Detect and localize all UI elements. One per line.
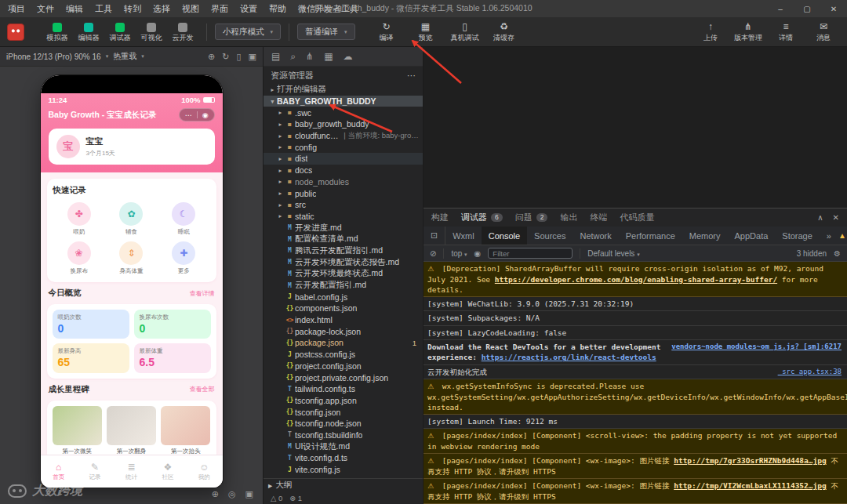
tree-item[interactable]: M 云开发环境配置状态报告.md: [264, 256, 423, 268]
rotate-icon[interactable]: ↻: [222, 52, 229, 62]
tree-item[interactable]: M 云开发配置指引.md: [264, 280, 423, 292]
compile-mode-dropdown[interactable]: 普通编译 ▾: [297, 24, 355, 40]
devtools-tab[interactable]: Sources: [527, 227, 573, 245]
milestone-item[interactable]: 第一次翻身: [107, 406, 156, 455]
extensions-icon[interactable]: ▦: [324, 51, 333, 62]
quick-record-item[interactable]: ❀ 换尿布: [53, 241, 106, 275]
tree-item[interactable]: ▸ 打开的编辑器: [264, 84, 423, 96]
panel-icon[interactable]: ▣: [245, 489, 253, 499]
tree-item[interactable]: ▸ ◼ .swc: [264, 107, 423, 118]
close-icon[interactable]: ✕: [820, 0, 847, 17]
tree-item[interactable]: {} tsconfig.app.json: [264, 395, 423, 407]
tree-item[interactable]: {} tsconfig.node.json: [264, 418, 423, 430]
hot-reload-dropdown[interactable]: 热重载: [113, 51, 136, 62]
debugger-tab[interactable]: 代码质量: [620, 212, 654, 223]
tree-item[interactable]: J babel.config.js: [264, 291, 423, 303]
log-levels-dropdown[interactable]: Default levels ▾: [587, 249, 639, 258]
tree-item[interactable]: M UI设计规范.md: [264, 441, 423, 452]
devtools-tab[interactable]: AppData: [728, 227, 776, 245]
debugger-tab[interactable]: 构建: [431, 212, 449, 223]
milestone-item[interactable]: 第一次抬头: [161, 406, 210, 455]
tree-item[interactable]: {} package-lock.json: [264, 325, 423, 337]
panel-toggle-button[interactable]: 模拟器: [42, 23, 73, 42]
real-device-debug-button[interactable]: ▯ 真机调试: [449, 22, 481, 42]
tree-item[interactable]: {} tsconfig.json: [264, 406, 423, 418]
tree-item[interactable]: {} package.json 1: [264, 337, 423, 349]
console-settings-icon[interactable]: ⚙: [834, 249, 841, 258]
console-link[interactable]: http://tmp/7gr33OsrRHZNb9d448a…jpg: [674, 456, 826, 465]
tree-item[interactable]: ▸ ◼ public: [264, 187, 423, 199]
menu-item[interactable]: 视图: [182, 3, 199, 15]
tree-item[interactable]: T tailwind.config.ts: [264, 383, 423, 395]
preview-button[interactable]: ▦ 预览: [410, 22, 442, 42]
more-icon[interactable]: ⋯: [407, 71, 416, 81]
minimize-icon[interactable]: –: [767, 0, 794, 17]
tree-item[interactable]: ▸ ◼ src: [264, 199, 423, 211]
move-icon[interactable]: ⊕: [212, 489, 219, 499]
tree-item[interactable]: ▸ ◼ cloudfunctions | 当前环境: baby-growth-…: [264, 130, 423, 142]
devtools-tab[interactable]: Memory: [682, 227, 728, 245]
maximize-icon[interactable]: ▢: [794, 0, 820, 17]
console-filter-input[interactable]: [488, 248, 573, 259]
devtools-tab[interactable]: Network: [573, 227, 618, 245]
multi-window-icon[interactable]: ▣: [249, 52, 256, 62]
source-control-icon[interactable]: ⋔: [306, 51, 314, 62]
console-link[interactable]: https://developer.chrome.com/blog/enabli…: [495, 275, 777, 284]
menu-item[interactable]: 界面: [211, 3, 228, 15]
debugger-tab[interactable]: 问题 2: [515, 212, 548, 223]
mode-dropdown[interactable]: 小程序模式 ▾: [215, 24, 281, 40]
tree-item[interactable]: J postcss.config.js: [264, 349, 423, 361]
debugger-tab[interactable]: 输出: [560, 212, 577, 223]
menu-item[interactable]: 设置: [240, 3, 257, 15]
outline-section[interactable]: ▸ 大纲: [264, 478, 423, 491]
tree-item[interactable]: M 云开发环境最终状态.md: [264, 268, 423, 280]
tree-item[interactable]: <> index.html: [264, 314, 423, 326]
details-button[interactable]: ≡ 详情: [770, 22, 802, 42]
capsule-more-icon[interactable]: ⋯: [185, 111, 192, 119]
inspect-device-icon[interactable]: ⊡: [424, 227, 445, 245]
tree-item[interactable]: ▸ ◼ baby_growth_buddy: [264, 118, 423, 130]
locate-icon[interactable]: ⊕: [208, 52, 215, 62]
tab-bar-item[interactable]: ≣ 统计: [113, 455, 149, 488]
console-warning-badge[interactable]: ▲6: [838, 231, 847, 240]
close-panel-icon[interactable]: ✕: [833, 213, 839, 222]
tree-item[interactable]: J vite.config.js: [264, 464, 423, 476]
milestones-link[interactable]: 查看全部: [190, 385, 215, 393]
console-link[interactable]: https://reactjs.org/link/react-devtools: [482, 353, 656, 361]
devtools-tab[interactable]: Performance: [619, 227, 682, 245]
menu-item[interactable]: 工具: [95, 3, 112, 15]
tree-item[interactable]: ▸ ◼ docs: [264, 165, 423, 176]
tree-item[interactable]: {} project.private.config.json: [264, 372, 423, 383]
version-manage-button[interactable]: ⋔ 版本管理: [732, 22, 764, 42]
quick-record-item[interactable]: ⇕ 身高体重: [105, 241, 158, 275]
compile-button[interactable]: ↻ 编译: [371, 22, 402, 42]
console-source-link[interactable]: vendors~node_modules~om_js.js? [sm]:6217: [671, 342, 842, 352]
quick-record-item[interactable]: ✚ 更多: [158, 241, 210, 275]
debugger-tab[interactable]: 调试器 6: [461, 212, 503, 223]
tree-item[interactable]: M 开发进度.md: [264, 222, 423, 234]
tree-item[interactable]: ▸ ◼ config: [264, 141, 423, 153]
menu-item[interactable]: 选择: [153, 3, 170, 15]
tree-item[interactable]: T vite.config.d.ts: [264, 452, 423, 464]
cloud-icon[interactable]: ☁: [343, 51, 352, 62]
device-dropdown[interactable]: iPhone 12/13 (Pro) 90% 16: [6, 53, 101, 61]
collapse-panel-icon[interactable]: ∧: [817, 213, 823, 222]
tree-item[interactable]: {} components.json: [264, 303, 423, 314]
milestone-item[interactable]: 第一次微笑: [53, 406, 102, 455]
upload-button[interactable]: ↑ 上传: [695, 22, 726, 42]
capsule-target-icon[interactable]: ◉: [202, 111, 209, 119]
tree-item[interactable]: ▸ ◼ node_modules: [264, 176, 423, 188]
frame-context-dropdown[interactable]: top ▾: [451, 249, 467, 258]
console-source-link[interactable]: _src_app.tsx:38: [778, 367, 842, 377]
devtools-tab[interactable]: Storage: [775, 227, 820, 245]
menu-item[interactable]: 项目: [8, 3, 25, 15]
menu-item[interactable]: 编辑: [66, 3, 83, 15]
tree-item[interactable]: T tsconfig.tsbuildinfo: [264, 430, 423, 441]
baby-profile-card[interactable]: 宝 宝宝 3个月15天: [49, 129, 215, 165]
menu-item[interactable]: 帮助: [269, 3, 286, 15]
panel-toggle-button[interactable]: 编辑器: [73, 23, 104, 42]
capsule-button[interactable]: ⋯ ◉: [179, 108, 215, 121]
debugger-tab[interactable]: 终端: [590, 212, 607, 223]
menu-item[interactable]: 转到: [124, 3, 141, 15]
devtools-tab[interactable]: Console: [482, 227, 527, 245]
